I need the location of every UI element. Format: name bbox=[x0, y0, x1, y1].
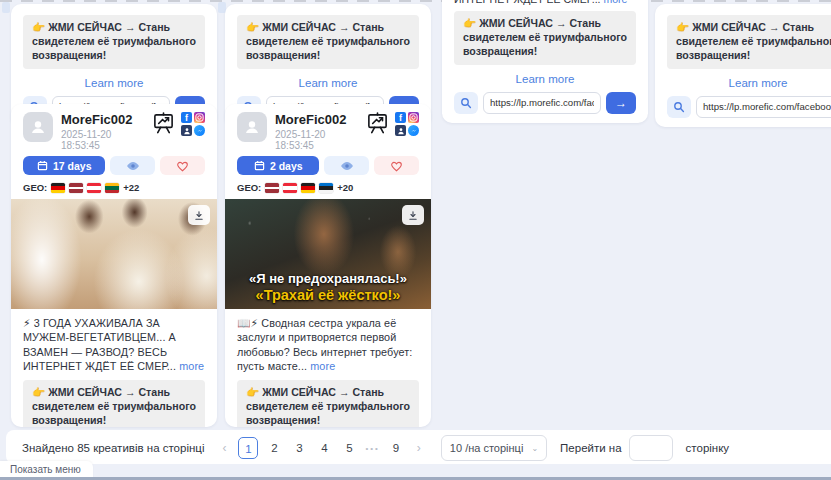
favorite-heart-button[interactable] bbox=[374, 156, 419, 175]
audience-network-icon bbox=[395, 125, 406, 136]
geo-label: GEO: bbox=[237, 182, 261, 193]
facebook-icon: f bbox=[395, 112, 406, 123]
heart-icon bbox=[390, 160, 403, 172]
prev-page-button[interactable]: ‹ bbox=[217, 441, 231, 455]
landing-url-input[interactable] bbox=[696, 96, 831, 118]
messenger-icon bbox=[408, 125, 419, 136]
clipped-ad-text: ИНТЕРНЕТ ЖДЁТ ЕЁ СМЕР... more bbox=[454, 0, 636, 5]
geo-more-count[interactable]: +22 bbox=[123, 182, 139, 193]
creative-image[interactable]: «Я не предохранялась!» «Трахай её жёстко… bbox=[225, 199, 431, 309]
clipped-card-stub bbox=[2, 2, 10, 13]
results-count-text: Знайдено 85 креативів на сторінці bbox=[22, 442, 204, 454]
placement-icons: f bbox=[395, 112, 419, 136]
goto-page-input[interactable] bbox=[629, 435, 673, 461]
creative-card-partial: ИНТЕРНЕТ ЖДЁТ ЕЁ СМЕР... more 👉 ЖМИ СЕЙЧ… bbox=[442, 0, 648, 123]
profile-name[interactable]: MoreFic002 bbox=[61, 112, 152, 127]
instagram-icon bbox=[194, 112, 205, 123]
eye-icon bbox=[340, 161, 354, 171]
geo-more-count[interactable]: +20 bbox=[337, 182, 353, 193]
learn-more-link[interactable]: Learn more bbox=[667, 77, 831, 89]
page-button-4[interactable]: 4 bbox=[315, 437, 333, 459]
open-url-button[interactable]: → bbox=[606, 92, 636, 114]
chevron-down-icon: ⌄ bbox=[531, 444, 538, 453]
flag-austria-icon bbox=[87, 183, 101, 193]
per-page-value: 10 /на сторінці bbox=[450, 442, 524, 454]
landing-url-input[interactable] bbox=[483, 92, 601, 114]
avatar bbox=[237, 112, 267, 142]
creative-card: MoreFic002 2025-11-20 18:53:45 f 17 days bbox=[11, 104, 217, 427]
creative-image[interactable] bbox=[11, 199, 217, 309]
search-icon bbox=[460, 97, 472, 109]
ad-cta-text: 👉 ЖМИ СЕЙЧАС → Стань свидетелем её триум… bbox=[23, 15, 205, 69]
flag-germany-icon bbox=[301, 183, 315, 193]
eye-icon bbox=[126, 161, 140, 171]
goto-page-suffix: сторінку bbox=[686, 442, 730, 454]
placement-icons: f bbox=[181, 112, 205, 136]
page-button-9[interactable]: 9 bbox=[387, 437, 405, 459]
creative-date: 2025-11-20 18:53:45 bbox=[61, 129, 152, 151]
calendar-icon bbox=[254, 160, 265, 171]
page-button-2[interactable]: 2 bbox=[265, 437, 283, 459]
favorite-heart-button[interactable] bbox=[160, 156, 205, 175]
pages-ellipsis[interactable]: ••• bbox=[365, 444, 379, 453]
cut-row-above-divider bbox=[0, 0, 831, 2]
days-label: 2 days bbox=[270, 160, 303, 172]
analytics-board-icon[interactable] bbox=[366, 112, 389, 135]
page-button-5[interactable]: 5 bbox=[340, 437, 358, 459]
creative-date: 2025-11-20 18:53:45 bbox=[275, 129, 366, 151]
learn-more-link[interactable]: Learn more bbox=[237, 77, 419, 89]
download-image-button[interactable] bbox=[188, 205, 210, 225]
search-url-button[interactable] bbox=[667, 96, 691, 118]
avatar bbox=[23, 112, 53, 142]
ad-text: ⚡ 3 ГОДА УХАЖИВАЛА ЗА МУЖЕМ-ВЕГЕТАТИВЦЕМ… bbox=[23, 316, 205, 374]
learn-more-link[interactable]: Learn more bbox=[23, 77, 205, 89]
flag-latvia-icon bbox=[69, 183, 83, 193]
goto-page-label: Перейти на bbox=[560, 442, 622, 454]
analytics-board-icon[interactable] bbox=[152, 112, 175, 135]
geo-label: GEO: bbox=[23, 182, 47, 193]
learn-more-link[interactable]: Learn more bbox=[454, 73, 636, 85]
messenger-icon bbox=[194, 125, 205, 136]
creative-card-partial: 👉 ЖМИ СЕЙЧАС → Стань свидетелем её триум… bbox=[655, 4, 831, 127]
ad-text: 📖⚡ Сводная сестра украла её заслуги и пр… bbox=[237, 316, 419, 374]
per-page-select[interactable]: 10 /на сторінці ⌄ bbox=[441, 435, 547, 461]
creative-card: MoreFic002 2025-11-20 18:53:45 f 2 days bbox=[225, 104, 431, 427]
flag-latvia-icon bbox=[265, 183, 279, 193]
preview-eye-button[interactable] bbox=[324, 156, 369, 175]
facebook-icon: f bbox=[181, 112, 192, 123]
audience-network-icon bbox=[181, 125, 192, 136]
ad-cta-text: 👉 ЖМИ СЕЙЧАС → Стань свидетелем её триум… bbox=[454, 11, 636, 65]
page-button-1[interactable]: 1 bbox=[238, 437, 258, 459]
more-link[interactable]: more bbox=[310, 360, 335, 372]
next-page-button[interactable]: › bbox=[412, 441, 426, 455]
more-link[interactable]: more bbox=[603, 0, 627, 5]
more-link[interactable]: more bbox=[179, 360, 204, 372]
days-label: 17 days bbox=[53, 160, 92, 172]
ad-cta-text: 👉 ЖМИ СЕЙЧАС → Стань свидетелем её триум… bbox=[237, 380, 419, 427]
profile-name[interactable]: MoreFic002 bbox=[275, 112, 366, 127]
flag-austria-icon bbox=[283, 183, 297, 193]
search-icon bbox=[673, 101, 685, 113]
page-button-3[interactable]: 3 bbox=[290, 437, 308, 459]
flag-estonia-icon bbox=[319, 183, 333, 193]
ad-cta-text: 👉 ЖМИ СЕЙЧАС → Стань свидетелем её триум… bbox=[237, 15, 419, 69]
heart-icon bbox=[176, 160, 189, 172]
days-active-button[interactable]: 17 days bbox=[23, 156, 105, 175]
instagram-icon bbox=[408, 112, 419, 123]
download-image-button[interactable] bbox=[402, 205, 424, 225]
search-url-button[interactable] bbox=[454, 92, 478, 114]
ad-cta-text: 👉 ЖМИ СЕЙЧАС → Стань свидетелем её триум… bbox=[667, 15, 831, 69]
preview-eye-button[interactable] bbox=[110, 156, 155, 175]
ad-cta-text: 👉 ЖМИ СЕЙЧАС → Стань свидетелем её триум… bbox=[23, 380, 205, 427]
image-overlay-text: «Я не предохранялась!» «Трахай её жёстко… bbox=[225, 271, 431, 303]
days-active-button[interactable]: 2 days bbox=[237, 156, 319, 175]
flag-lithuania-icon bbox=[105, 183, 119, 193]
flag-germany-icon bbox=[51, 183, 65, 193]
calendar-icon bbox=[37, 160, 48, 171]
